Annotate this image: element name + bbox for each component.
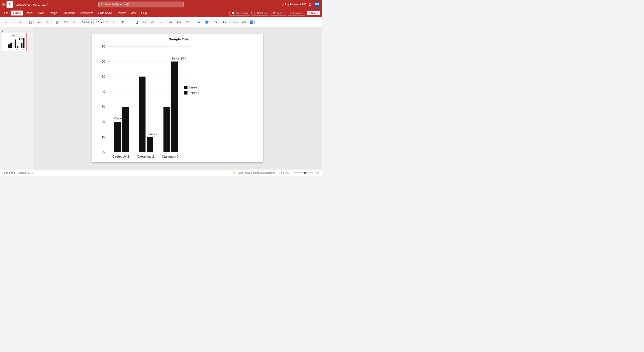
ms365-label: Buy Microsoft 365 <box>285 3 306 6</box>
zoom-slider[interactable] <box>293 172 311 173</box>
font-color-button[interactable]: A▾ <box>149 19 157 25</box>
avatar[interactable]: MB <box>314 1 320 8</box>
highlight-button[interactable]: 🖊▾ <box>140 19 148 25</box>
arrange-button[interactable]: ⊞▾ <box>62 19 70 25</box>
font-decrease-button[interactable]: A- <box>111 19 117 25</box>
bullets-button[interactable]: ≡▾ <box>166 19 175 25</box>
menu-home[interactable]: Home <box>11 10 23 16</box>
numbering-button[interactable]: 1≡▾ <box>175 19 183 25</box>
find-button[interactable]: 🔍▾ <box>231 19 239 25</box>
slide-panel: 1 Sample Title <box>0 28 29 169</box>
x-label-cat1: Caetegoty 1 <box>112 155 129 158</box>
svg-text:Caetegoty 1: Caetegoty 1 <box>8 49 12 50</box>
file-icons: ☁ ⎙ <box>42 3 48 6</box>
menu-view[interactable]: View <box>128 10 138 16</box>
menu-draw[interactable]: Draw <box>35 10 46 16</box>
menu-file[interactable]: File <box>2 10 10 16</box>
toolbar-paste-group: 📋▾ 🖌▾ ⊘ <box>26 19 52 25</box>
effects-button[interactable]: ✦▾ <box>220 19 228 25</box>
editing-button[interactable]: ✏ Editing ▾ <box>288 11 306 16</box>
menu-design[interactable]: Design <box>46 10 59 16</box>
zoom-out-icon[interactable]: − <box>291 172 292 174</box>
datalabel-series2-cat3: Series 2/60 <box>171 57 186 60</box>
dictate-button[interactable]: 🎤▾ <box>240 19 248 25</box>
app-grid-icon[interactable]: ⊞ <box>2 2 5 7</box>
reading-view-button[interactable]: 📖 <box>285 171 288 175</box>
bar-cat1-s2 <box>122 107 129 152</box>
menu-review[interactable]: Review <box>114 10 128 16</box>
align-button[interactable]: ⊟▾ <box>184 19 192 25</box>
format-clear-button[interactable]: ⊘ <box>44 19 50 25</box>
statusbar: Slide 1 of 1 English (U.S.) 📝 Notes Give… <box>0 169 322 176</box>
svg-text:20: 20 <box>102 120 105 124</box>
normal-view-button[interactable]: ⊞ <box>278 171 280 175</box>
notes-label: Notes <box>236 172 243 174</box>
font-family-select[interactable]: Calibri <box>80 19 94 25</box>
editing-label: Editing <box>293 12 301 14</box>
font-increase-button[interactable]: A+ <box>104 19 110 25</box>
more-tools-button[interactable]: ⋯ <box>257 19 263 25</box>
share-button[interactable]: ↑ Share <box>307 11 320 15</box>
search-bar[interactable]: 🔍 Search (Option + Q) <box>98 2 184 8</box>
shapes-button[interactable]: ○▾ <box>195 19 203 25</box>
main-area: 1 Sample Title <box>0 28 322 169</box>
font-size-select[interactable]: 12 <box>94 19 104 25</box>
collapse-panel-button[interactable]: ◁ <box>29 28 33 169</box>
bar-cat3-s1 <box>164 107 170 152</box>
underline-button[interactable]: U <box>134 19 140 25</box>
datalabel-cat1: Caetegoty 1 <box>114 117 130 120</box>
slide-sorter-button[interactable]: ⊟ <box>281 171 284 175</box>
fill-button[interactable]: 🪣▾ <box>203 19 211 25</box>
feedback-label[interactable]: Give Feedback to Microsoft <box>245 172 275 174</box>
slide-info: Slide 1 of 1 <box>3 172 15 174</box>
outline-button[interactable]: □▾ <box>212 19 220 25</box>
bar-cat3-s2 <box>171 62 178 152</box>
chart-svg: 0 10 20 30 40 50 60 70 <box>96 42 199 161</box>
undo-button[interactable]: ↩ <box>3 19 9 25</box>
menu-insert[interactable]: Insert <box>24 10 35 16</box>
cut-button[interactable]: ✂ <box>18 19 24 25</box>
toolbar-layout-group: ▤▾ ⊞▾ ⤢ <box>52 19 78 25</box>
redo-button[interactable]: ↪ <box>10 19 18 25</box>
share-label: Share <box>311 12 318 14</box>
menu-transitions[interactable]: Transitions <box>60 10 77 16</box>
svg-rect-11 <box>16 46 18 48</box>
ms365-link[interactable]: ◇ Buy Microsoft 365 <box>282 3 306 6</box>
menu-help[interactable]: Help <box>139 10 149 16</box>
toolbar-format-group: B I U 🖊▾ A▾ ··· <box>119 19 165 25</box>
menu-animations[interactable]: Animations <box>78 10 96 16</box>
zoom-in-icon[interactable]: + <box>312 172 314 174</box>
bar-cat2-s2 <box>147 137 153 152</box>
slide-canvas[interactable]: Sample Title <box>92 34 263 162</box>
slide-thumb[interactable]: Sample Title <box>2 33 26 51</box>
resize-button[interactable]: ⤢ <box>70 19 77 25</box>
slide-thumbnail-1[interactable]: 1 Sample Title <box>2 30 27 51</box>
slide-number: 1 <box>2 30 27 32</box>
x-label-cat3: Caetegoty 3 <box>162 155 179 158</box>
more-text-btn[interactable]: ··· <box>158 19 164 25</box>
present-arrow-icon: ▾ <box>282 12 284 14</box>
canvas-area: Sample Title <box>33 28 322 169</box>
menu-slideshow[interactable]: Slide Show <box>96 10 114 16</box>
format-painter-button[interactable]: 🖌▾ <box>36 19 44 25</box>
ppt-logo: P <box>6 1 13 8</box>
cloud-icon: ☁ <box>42 3 45 6</box>
legend-s1-label: Series 1 <box>188 86 199 89</box>
gear-icon[interactable]: ⚙ <box>308 2 312 7</box>
svg-text:10: 10 <box>102 135 105 138</box>
italic-button[interactable]: I <box>127 19 133 25</box>
comment-icon: 💬 <box>232 12 235 14</box>
notes-button[interactable]: 📝 Notes <box>232 171 243 174</box>
paste-button[interactable]: 📋▾ <box>27 19 35 25</box>
collapse-icon: ◁ <box>30 97 32 100</box>
share-icon: ↑ <box>309 12 310 14</box>
menu-right-btns: 💬 Comments ↩ Catch up Present ▾ ✏ Editin… <box>229 11 320 16</box>
comments-button[interactable]: 💬 Comments <box>229 11 250 16</box>
catchup-button[interactable]: ↩ Catch up <box>252 11 269 16</box>
layout-button[interactable]: ▤▾ <box>54 19 62 25</box>
accessibility-button[interactable]: ♿▾ <box>248 19 256 25</box>
bold-button[interactable]: B <box>120 19 126 25</box>
svg-rect-15 <box>19 38 20 38</box>
present-button[interactable]: Present ▾ <box>270 11 286 16</box>
chart-area[interactable]: Sample Title <box>96 36 262 161</box>
